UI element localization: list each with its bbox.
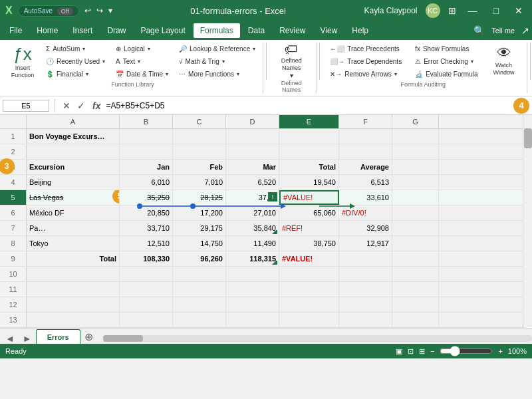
cell-a3[interactable]: Excursion [27, 160, 120, 174]
row-num-7[interactable]: 7 [0, 221, 27, 235]
col-header-e[interactable]: E [279, 115, 339, 128]
formula-input[interactable] [106, 101, 505, 110]
more-functions-button[interactable]: ⋯ More Functions ▾ [174, 68, 260, 80]
zoom-in-icon[interactable]: + [498, 347, 502, 355]
cell-f9[interactable] [339, 251, 392, 266]
cell-e9[interactable]: #VALUE! [279, 251, 339, 266]
cell-f7[interactable]: 32,908 [339, 221, 392, 235]
text-button[interactable]: A Text ▾ [111, 55, 173, 67]
col-header-a[interactable]: A [27, 115, 120, 128]
cell-c5[interactable]: 28,125 [173, 190, 226, 205]
menu-insert[interactable]: Insert [66, 23, 99, 38]
cell-f6[interactable]: #DIV/0! [339, 205, 392, 220]
cell-d8[interactable]: 11,490 [226, 236, 279, 251]
more-commands-icon[interactable]: ▾ [108, 6, 112, 15]
menu-formulas[interactable]: Formulas [194, 23, 240, 38]
cell-e6[interactable]: 65,060 [279, 205, 339, 220]
cell-c2[interactable] [173, 144, 226, 159]
cell-g6[interactable] [392, 205, 439, 220]
close-button[interactable]: ✕ [511, 4, 527, 17]
name-box[interactable] [3, 100, 49, 112]
cancel-formula-button[interactable]: ✕ [61, 100, 72, 111]
defined-names-button[interactable]: 🏷 DefinedNames ▾ [272, 43, 311, 78]
cell-g8[interactable] [392, 236, 439, 251]
cell-f2[interactable] [339, 144, 392, 159]
row-num-10[interactable]: 10 [0, 267, 27, 281]
cell-g5[interactable] [392, 190, 439, 205]
autosum-button[interactable]: Σ AutoSum ▾ [41, 43, 110, 55]
cell-d5[interactable]: 37,… ! [226, 190, 279, 205]
cell-c1[interactable] [173, 129, 226, 144]
cell-f8[interactable]: 12,917 [339, 236, 392, 251]
cell-e7[interactable]: #REF! [279, 221, 339, 235]
col-header-f[interactable]: F [339, 115, 392, 128]
autosave-toggle[interactable]: AutoSave Off [18, 5, 79, 17]
cell-c3[interactable]: Feb [173, 160, 226, 174]
cell-a8[interactable]: Tokyo [27, 236, 120, 251]
cell-b9[interactable]: 108,330 [120, 251, 173, 266]
cell-a1[interactable]: Bon Voyage Excurs… [27, 129, 120, 144]
cell-g7[interactable] [392, 221, 439, 235]
error-checking-button[interactable]: ⚠ Error Checking ▾ [410, 55, 482, 67]
show-formulas-button[interactable]: fx Show Formulas [410, 43, 482, 55]
row-num-5[interactable]: 5 [0, 190, 27, 205]
menu-draw[interactable]: Draw [100, 23, 132, 38]
insert-function-button[interactable]: ƒx InsertFunction [5, 43, 40, 79]
cell-f1[interactable] [339, 129, 392, 144]
undo-icon[interactable]: ↩ [84, 6, 91, 15]
cell-a7[interactable]: Pa… [27, 221, 120, 235]
sheet-tab-errors[interactable]: Errors [36, 329, 80, 344]
recently-used-button[interactable]: 🕐 Recently Used ▾ [41, 55, 110, 67]
menu-home[interactable]: Home [30, 23, 65, 38]
col-header-d[interactable]: D [226, 115, 279, 128]
cell-d9[interactable]: 118,315 [226, 251, 279, 266]
horizontal-scrollbar[interactable] [103, 335, 532, 342]
row-num-9[interactable]: 9 [0, 251, 27, 266]
cell-e3[interactable]: Total [279, 160, 339, 174]
cell-g2[interactable] [392, 144, 439, 159]
smart-tag-icon[interactable]: ! [268, 192, 277, 201]
cell-c7[interactable]: 29,175 [173, 221, 226, 235]
row-num-3[interactable]: 3 3 [0, 160, 27, 174]
cell-g1[interactable] [392, 129, 439, 144]
cell-e4[interactable]: 19,540 [279, 175, 339, 190]
scrollbar-thumb[interactable] [524, 128, 532, 148]
row-num-4[interactable]: 4 [0, 175, 27, 190]
cell-a2[interactable] [27, 144, 120, 159]
menu-data[interactable]: Data [241, 23, 271, 38]
menu-review[interactable]: Review [273, 23, 312, 38]
cell-f5[interactable]: 33,610 [339, 190, 392, 205]
cell-d2[interactable] [226, 144, 279, 159]
evaluate-formula-button[interactable]: 🔬 Evaluate Formula [410, 68, 482, 80]
row-num-8[interactable]: 8 [0, 236, 27, 251]
view-pagebreak-icon[interactable]: ⊞ [419, 347, 425, 356]
share-icon[interactable]: ↗ [521, 25, 529, 36]
cell-g4[interactable] [392, 175, 439, 190]
cell-b1[interactable] [120, 129, 173, 144]
financial-button[interactable]: 💲 Financial ▾ [41, 68, 110, 80]
view-layout-icon[interactable]: ⊡ [408, 347, 414, 356]
cell-d6[interactable]: 27,010 [226, 205, 279, 220]
cell-c9[interactable]: 96,260 [173, 251, 226, 266]
tell-me[interactable]: Tell me [491, 27, 515, 35]
lookup-button[interactable]: 🔎 Lookup & Reference ▾ [174, 43, 260, 55]
cell-c6[interactable]: 17,200 [173, 205, 226, 220]
scroll-tabs-left-icon[interactable]: ◄ [3, 333, 17, 344]
row-num-6[interactable]: 6 [0, 205, 27, 220]
view-normal-icon[interactable]: ▣ [396, 347, 402, 356]
menu-page-layout[interactable]: Page Layout [134, 23, 192, 38]
confirm-formula-button[interactable]: ✓ [75, 100, 87, 111]
cell-d4[interactable]: 6,520 [226, 175, 279, 190]
cell-b2[interactable] [120, 144, 173, 159]
cell-g9[interactable] [392, 251, 439, 266]
logical-button[interactable]: ⊕ Logical ▾ [111, 43, 173, 55]
cell-b4[interactable]: 6,010 [120, 175, 173, 190]
cell-c4[interactable]: 7,010 [173, 175, 226, 190]
cell-b6[interactable]: 20,850 [120, 205, 173, 220]
zoom-slider[interactable] [440, 346, 493, 356]
search-icon[interactable]: 🔍 [473, 25, 485, 36]
maximize-button[interactable]: □ [489, 4, 503, 17]
datetime-button[interactable]: 📅 Date & Time ▾ [111, 68, 173, 80]
cell-a4[interactable]: Beijing [27, 175, 120, 190]
vertical-scrollbar[interactable] [523, 115, 532, 328]
